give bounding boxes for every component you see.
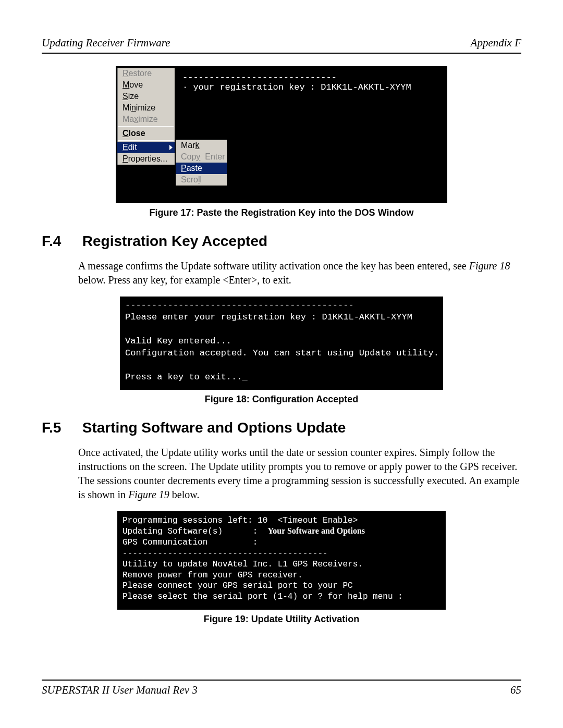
section-title: Registration Key Accepted bbox=[82, 233, 267, 249]
menu-item-edit[interactable]: Edit bbox=[117, 142, 175, 153]
menu-item-close[interactable]: Close bbox=[117, 128, 175, 139]
menu-separator bbox=[118, 126, 174, 127]
section-heading-f5: F.5 Starting Software and Options Update bbox=[42, 419, 521, 436]
menu-label: imize bbox=[138, 115, 157, 124]
context-menu[interactable]: Restore Move Size Minimize Maximize Clos… bbox=[117, 67, 175, 165]
overlay-label-your-software: Your Software and Options bbox=[267, 526, 365, 535]
chevron-right-icon bbox=[169, 145, 173, 150]
menu-item-minimize[interactable]: Minimize bbox=[117, 102, 175, 114]
submenu-item-scroll: Scroll bbox=[176, 174, 227, 186]
page-footer: SUPERSTAR II User Manual Rev 3 65 bbox=[42, 680, 521, 697]
figure-19-caption: Figure 19: Update Utility Activation bbox=[42, 614, 521, 625]
menu-label: roperties... bbox=[128, 154, 168, 163]
footer-left: SUPERSTAR II User Manual Rev 3 bbox=[42, 684, 198, 697]
dos-window-fig17: ----------------------------- · your reg… bbox=[116, 66, 447, 203]
dos-window-fig19: Programming sessions left: 10 <Timeout E… bbox=[117, 511, 446, 610]
menu-label: lose bbox=[129, 129, 145, 138]
figure-19: Programming sessions left: 10 <Timeout E… bbox=[42, 511, 521, 625]
footer-right: 65 bbox=[510, 684, 521, 697]
header-right: Appendix F bbox=[471, 36, 521, 50]
menu-label: ove bbox=[129, 80, 143, 89]
dos-output-fig17: ----------------------------- · your reg… bbox=[182, 72, 411, 92]
submenu-hint: Enter bbox=[205, 152, 225, 161]
menu-item-size[interactable]: Size bbox=[117, 91, 175, 102]
section-title: Starting Software and Options Update bbox=[82, 419, 346, 436]
paragraph-f4: A message confirms the Update software u… bbox=[42, 259, 521, 287]
menu-item-restore: Restore bbox=[117, 68, 175, 79]
submenu-item-mark[interactable]: Mark bbox=[176, 140, 227, 151]
menu-item-maximize: Maximize bbox=[117, 114, 175, 125]
section-number: F.4 bbox=[42, 233, 78, 250]
figure-17-caption: Figure 17: Paste the Registration Key in… bbox=[42, 207, 521, 218]
menu-item-properties[interactable]: Properties... bbox=[117, 153, 175, 165]
figure-18-caption: Figure 18: Configuration Accepted bbox=[42, 394, 521, 405]
menu-label: dit bbox=[128, 143, 137, 152]
figure-17: ----------------------------- · your reg… bbox=[42, 66, 521, 218]
menu-label: estore bbox=[129, 69, 152, 78]
section-number: F.5 bbox=[42, 419, 78, 436]
figure-18: ----------------------------------------… bbox=[42, 297, 521, 405]
figure-reference: Figure 18 bbox=[469, 260, 510, 272]
submenu-item-copy: Copy Enter bbox=[176, 151, 227, 163]
submenu-item-paste[interactable]: Paste bbox=[176, 163, 227, 174]
section-heading-f4: F.4 Registration Key Accepted bbox=[42, 233, 521, 250]
menu-label: imize bbox=[136, 103, 155, 112]
context-submenu-edit[interactable]: Mark Copy Enter Paste Scroll bbox=[175, 139, 227, 186]
dos-window-fig18: ----------------------------------------… bbox=[120, 297, 443, 390]
header-left: Updating Receiver Firmware bbox=[42, 36, 170, 50]
menu-separator bbox=[118, 140, 174, 141]
menu-label: ize bbox=[128, 92, 139, 101]
menu-item-move[interactable]: Move bbox=[117, 79, 175, 91]
page-header: Updating Receiver Firmware Appendix F bbox=[42, 36, 521, 54]
figure-reference: Figure 19 bbox=[128, 489, 169, 500]
paragraph-f5: Once activated, the Update utility works… bbox=[42, 446, 521, 502]
